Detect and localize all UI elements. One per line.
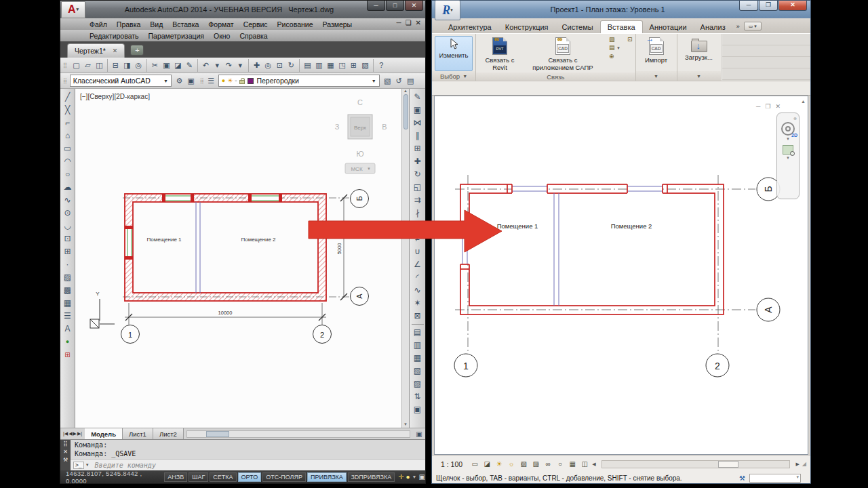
navigate-tool-icon[interactable]: ↻ — [285, 60, 297, 71]
workspace-combo[interactable]: Классический AutoCAD▼ — [70, 75, 172, 87]
revit-logo-button[interactable]: R▾ — [435, 0, 460, 20]
draworder-tool-icon[interactable]: ▤ — [412, 326, 424, 339]
draworder-tool-icon[interactable]: ▦ — [412, 352, 424, 365]
undo-redo-icon[interactable]: ▾ — [212, 60, 223, 71]
doc-minimize-icon[interactable]: ─ — [397, 19, 401, 26]
maximize-button[interactable]: ❐ — [759, 1, 778, 11]
draw-tool-icon[interactable]: ● — [62, 336, 74, 348]
menu-item[interactable]: Параметризация — [144, 32, 210, 40]
point-cloud-icon[interactable]: ⊕ — [609, 53, 620, 60]
scrollbar-thumb[interactable] — [403, 94, 408, 129]
view-control-icon[interactable]: ▭ — [470, 460, 479, 469]
viewport-controls-label[interactable]: [−][Сверху][2D-каркас] — [80, 93, 150, 100]
clipboard-tool-icon[interactable]: ✎ — [184, 60, 195, 71]
menu-item[interactable]: Формат — [203, 20, 238, 28]
import-cad-button[interactable]: →CAD Импорт — [639, 36, 674, 71]
workspace-tool-icon[interactable]: ⚙ — [174, 75, 185, 87]
draw-tool-icon[interactable]: ╳ — [62, 104, 74, 117]
scrollbar-thumb[interactable] — [718, 461, 738, 468]
chevron-down-icon[interactable]: ▼ — [412, 474, 417, 479]
modify-tool-icon[interactable]: ✚ — [412, 155, 424, 168]
menu-item[interactable]: Сервис — [239, 20, 273, 28]
file-tool-icon[interactable]: ◫ — [94, 60, 105, 71]
command-input[interactable]: >_ ▼ Введите команду — [71, 459, 425, 470]
scroll-down-icon[interactable]: ▼ — [403, 422, 408, 426]
view-scale-button[interactable]: 1 : 100 — [436, 459, 467, 470]
file-tool-icon[interactable]: ▢ — [71, 60, 82, 71]
close-icon[interactable]: ✕ — [63, 449, 68, 455]
menu-item[interactable]: Рисование — [273, 20, 318, 28]
undo-redo-icon[interactable]: ↷ — [223, 60, 235, 71]
close-icon[interactable]: ⊗ — [793, 116, 797, 121]
scroll-up-icon[interactable]: ▲ — [403, 89, 408, 93]
view-minimize-icon[interactable]: ─ — [756, 103, 760, 110]
draw-tool-icon[interactable]: ╱ — [62, 91, 74, 104]
ribbon-tab[interactable]: Аннотации — [643, 21, 694, 33]
print-tool-icon[interactable]: ◎ — [133, 60, 144, 71]
customize-wrench-icon[interactable]: ⚒ — [63, 457, 68, 463]
layer-on-icon[interactable]: ● — [222, 77, 225, 84]
ribbon-tab[interactable]: Архитектура — [441, 21, 498, 33]
chevron-down-icon[interactable]: ▼ — [786, 156, 790, 160]
draw-tool-icon[interactable]: ⊞ — [62, 348, 74, 361]
draw-tool-icon[interactable]: ∙ — [62, 258, 74, 271]
layout-tab[interactable]: Модель — [85, 428, 123, 439]
draw-tool-icon[interactable]: ○ — [62, 168, 74, 181]
draw-tool-icon[interactable]: ⊞ — [62, 245, 74, 258]
draworder-tool-icon[interactable]: ▧ — [412, 365, 424, 378]
draw-tool-icon[interactable]: ☁ — [62, 181, 74, 194]
close-button[interactable]: ✕ — [778, 1, 807, 11]
clipboard-tool-icon[interactable]: ◪ — [172, 60, 184, 71]
layer-combo[interactable]: ● ☀ ▫ Перегородки ▼ — [218, 75, 380, 87]
menu-item[interactable]: Вид — [145, 20, 167, 28]
draw-tool-icon[interactable]: ⊡ — [62, 232, 74, 245]
ribbon-tab[interactable]: Системы — [555, 21, 600, 33]
draw-tool-icon[interactable]: ◡ — [62, 220, 74, 232]
cleanscreen-icon[interactable]: ▣ — [419, 473, 425, 481]
palette-tool-icon[interactable]: ▧ — [359, 60, 371, 71]
link-topography-icon[interactable]: ▧ — [609, 36, 620, 43]
autocad-logo-button[interactable]: A▾ — [61, 1, 85, 18]
layout-nav-icon[interactable]: |◀ — [63, 431, 68, 436]
coordination-model-icon[interactable]: ⊡ — [627, 36, 633, 73]
draw-tool-icon[interactable]: ⊙ — [62, 207, 74, 220]
layout-nav-icon[interactable]: ▶| — [77, 431, 82, 436]
autocad-titlebar[interactable]: A▾ Autodesk AutoCAD 2014 - УЧЕБНАЯ ВЕРСИ… — [60, 1, 425, 18]
view-control-icon[interactable]: ▦ — [568, 460, 577, 469]
dwf-markup-icon[interactable]: ▤ ▼ — [609, 44, 620, 52]
modify-tool-icon[interactable]: ∥ — [412, 129, 424, 142]
view-control-icon[interactable]: ▧ — [519, 460, 528, 469]
draw-tool-icon[interactable]: ▭ — [62, 142, 74, 155]
steering-wheel-icon[interactable]: 2D — [781, 122, 795, 136]
modify-tool-icon[interactable]: ✶ — [412, 297, 424, 310]
modify-tool-icon[interactable]: ↻ — [412, 168, 424, 181]
file-tool-icon[interactable]: ▱ — [82, 60, 94, 71]
viewcube[interactable]: Верх С З В Ю МСК ▼ — [335, 98, 387, 174]
toolbar-grip[interactable]: ⣿ — [200, 78, 204, 84]
modify-tool-icon[interactable]: ✎ — [412, 91, 424, 104]
close-button[interactable]: ✕ — [405, 1, 423, 11]
zoom-icon[interactable] — [783, 145, 793, 155]
scroll-up-icon[interactable]: ▲ — [801, 99, 806, 104]
new-tab-button[interactable]: + — [130, 45, 144, 56]
link-cad-button[interactable]: ∞CAD Связать с приложением САПР — [526, 36, 599, 73]
scroll-left-icon[interactable]: ◀ — [592, 462, 595, 467]
layout-tab[interactable]: Лист1 — [123, 428, 153, 439]
draw-tool-icon[interactable]: ∿ — [62, 194, 74, 207]
layer-properties-icon[interactable]: ☰ — [205, 75, 217, 87]
view-close-icon[interactable]: ✕ — [775, 103, 781, 110]
scrollbar-thumb[interactable] — [206, 431, 229, 437]
draworder-tool-icon[interactable]: ▨ — [412, 378, 424, 390]
undo-redo-icon[interactable]: ▾ — [235, 60, 246, 71]
navigate-tool-icon[interactable]: ✚ — [251, 60, 262, 71]
menu-item[interactable]: Окно — [209, 32, 235, 40]
menu-item[interactable]: Размеры — [318, 20, 357, 28]
draw-tool-icon[interactable]: ◠ — [62, 155, 74, 168]
view-control-icon[interactable]: ▨ — [531, 460, 540, 469]
view-control-icon[interactable]: ◪ — [482, 460, 492, 469]
layer-tool-icon[interactable]: ↺ — [393, 75, 405, 87]
selection-cycling-icon[interactable]: ✛ — [398, 473, 403, 481]
status-toggle-button[interactable]: 3DПРИВЯЗКА — [348, 472, 395, 482]
print-tool-icon[interactable]: ◨ — [121, 60, 133, 71]
import-panel-label[interactable]: ▼ — [636, 71, 677, 81]
